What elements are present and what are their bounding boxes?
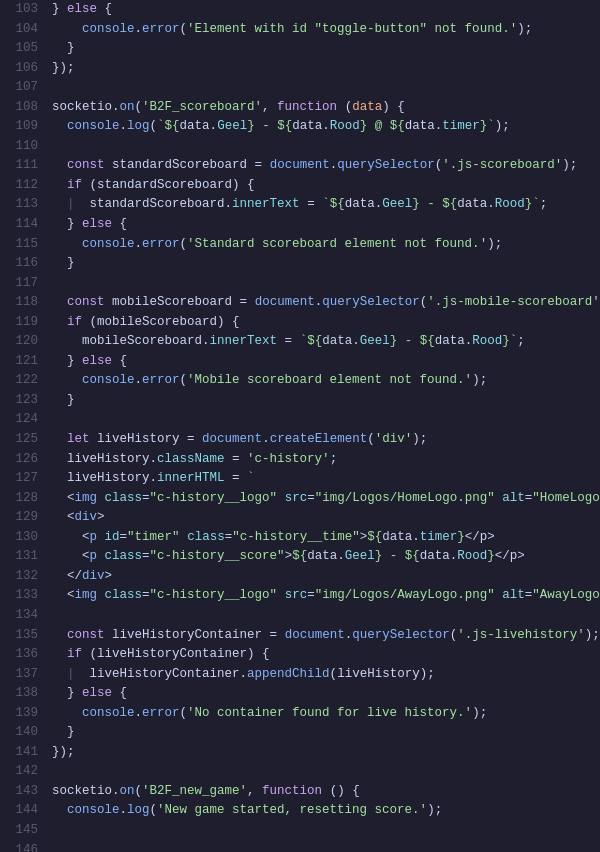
code-editor: 1031041051061071081091101111121131141151… (0, 0, 600, 852)
code-line: } (46, 254, 600, 274)
code-line: mobileScoreboard.innerText = `${data.Gee… (46, 332, 600, 352)
code-line (46, 606, 600, 626)
code-area[interactable]: } else { console.error('Element with id … (46, 0, 600, 852)
line-number: 141 (0, 743, 38, 763)
line-number: 138 (0, 684, 38, 704)
code-line (46, 410, 600, 430)
line-number: 115 (0, 235, 38, 255)
code-line: } else { (46, 352, 600, 372)
code-line: <p class="c-history__score">${data.Geel}… (46, 547, 600, 567)
line-number: 103 (0, 0, 38, 20)
line-number: 113 (0, 195, 38, 215)
line-number: 132 (0, 567, 38, 587)
code-line: if (standardScoreboard) { (46, 176, 600, 196)
code-line: liveHistory.innerHTML = ` (46, 469, 600, 489)
code-line (46, 821, 600, 841)
line-number: 123 (0, 391, 38, 411)
code-line: <img class="c-history__logo" src="img/Lo… (46, 586, 600, 606)
line-number: 108 (0, 98, 38, 118)
code-line: } else { (46, 215, 600, 235)
line-number: 146 (0, 841, 38, 852)
code-line: }); (46, 743, 600, 763)
code-line: console.log(`${data.Geel} - ${data.Rood}… (46, 117, 600, 137)
line-number: 106 (0, 59, 38, 79)
code-line (46, 762, 600, 782)
line-number: 130 (0, 528, 38, 548)
code-line: if (liveHistoryContainer) { (46, 645, 600, 665)
code-line: const mobileScoreboard = document.queryS… (46, 293, 600, 313)
code-line: } (46, 39, 600, 59)
code-line: | liveHistoryContainer.appendChild(liveH… (46, 665, 600, 685)
code-line: console.error('Standard scoreboard eleme… (46, 235, 600, 255)
line-number: 120 (0, 332, 38, 352)
line-number: 143 (0, 782, 38, 802)
line-number: 135 (0, 626, 38, 646)
code-line: console.error('Element with id "toggle-b… (46, 20, 600, 40)
line-number: 140 (0, 723, 38, 743)
line-number: 124 (0, 410, 38, 430)
line-number: 122 (0, 371, 38, 391)
line-number: 128 (0, 489, 38, 509)
line-number: 134 (0, 606, 38, 626)
code-line: <p id="timer" class="c-history__time">${… (46, 528, 600, 548)
line-number: 105 (0, 39, 38, 59)
line-number: 137 (0, 665, 38, 685)
code-line: if (mobileScoreboard) { (46, 313, 600, 333)
line-number: 119 (0, 313, 38, 333)
code-line: <div> (46, 508, 600, 528)
code-line: </div> (46, 567, 600, 587)
line-number: 104 (0, 20, 38, 40)
line-number: 136 (0, 645, 38, 665)
code-line: const standardScoreboard = document.quer… (46, 156, 600, 176)
line-number: 112 (0, 176, 38, 196)
line-number: 116 (0, 254, 38, 274)
code-line: console.log('New game started, resetting… (46, 801, 600, 821)
code-line (46, 841, 600, 852)
line-number: 117 (0, 274, 38, 294)
code-line: | standardScoreboard.innerText = `${data… (46, 195, 600, 215)
line-number: 145 (0, 821, 38, 841)
code-line: socketio.on('B2F_scoreboard', function (… (46, 98, 600, 118)
line-number: 127 (0, 469, 38, 489)
line-numbers: 1031041051061071081091101111121131141151… (0, 0, 46, 852)
code-line: } else { (46, 0, 600, 20)
line-number: 131 (0, 547, 38, 567)
line-number: 129 (0, 508, 38, 528)
line-number: 107 (0, 78, 38, 98)
line-number: 121 (0, 352, 38, 372)
line-number: 125 (0, 430, 38, 450)
code-line: console.error('No container found for li… (46, 704, 600, 724)
code-line (46, 137, 600, 157)
code-line: liveHistory.className = 'c-history'; (46, 450, 600, 470)
line-number: 110 (0, 137, 38, 157)
code-line: const liveHistoryContainer = document.qu… (46, 626, 600, 646)
code-line: } (46, 391, 600, 411)
code-line: socketio.on('B2F_new_game', function () … (46, 782, 600, 802)
line-number: 109 (0, 117, 38, 137)
code-line: }); (46, 59, 600, 79)
code-line (46, 78, 600, 98)
code-line: } (46, 723, 600, 743)
line-number: 139 (0, 704, 38, 724)
line-number: 144 (0, 801, 38, 821)
code-line: <img class="c-history__logo" src="img/Lo… (46, 489, 600, 509)
line-number: 118 (0, 293, 38, 313)
code-line: console.error('Mobile scoreboard element… (46, 371, 600, 391)
line-number: 126 (0, 450, 38, 470)
line-number: 114 (0, 215, 38, 235)
code-line: } else { (46, 684, 600, 704)
line-number: 142 (0, 762, 38, 782)
code-line: let liveHistory = document.createElement… (46, 430, 600, 450)
line-number: 133 (0, 586, 38, 606)
code-line (46, 274, 600, 294)
line-number: 111 (0, 156, 38, 176)
